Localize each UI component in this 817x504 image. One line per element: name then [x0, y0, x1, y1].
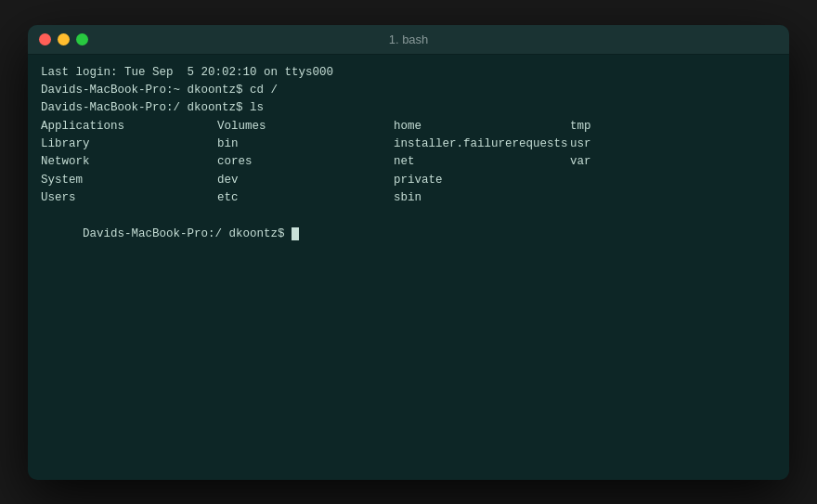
ls-col-2: Volumes bin cores dev etc: [217, 118, 394, 208]
cursor: [292, 227, 299, 240]
terminal-line: Davids-MacBook-Pro:/ dkoontz$ ls: [41, 99, 776, 117]
maximize-button[interactable]: [76, 33, 88, 45]
list-item: var: [570, 153, 746, 171]
list-item: cores: [217, 153, 394, 171]
list-item: Users: [41, 189, 217, 207]
terminal-body[interactable]: Last login: Tue Sep 5 20:02:10 on ttys00…: [28, 55, 789, 480]
window-title: 1. bash: [389, 32, 429, 46]
list-item: dev: [217, 172, 394, 189]
terminal-line: Last login: Tue Sep 5 20:02:10 on ttys00…: [41, 64, 776, 82]
ls-col-4: tmp usr var: [570, 118, 746, 208]
list-item: System: [41, 172, 217, 189]
list-item: Volumes: [217, 118, 394, 136]
ls-col-3: home installer.failurerequests net priva…: [394, 118, 570, 208]
list-item: bin: [217, 136, 394, 153]
terminal-line: Davids-MacBook-Pro:~ dkoontz$ cd /: [41, 82, 776, 99]
ls-output: Applications Library Network System User…: [41, 118, 776, 208]
list-item: sbin: [394, 189, 570, 207]
list-item: tmp: [570, 118, 746, 136]
terminal-window: 1. bash Last login: Tue Sep 5 20:02:10 o…: [28, 25, 789, 480]
list-item: usr: [570, 136, 746, 153]
list-item: etc: [217, 189, 394, 207]
list-item: Library: [41, 136, 217, 153]
list-item: Network: [41, 153, 217, 171]
minimize-button[interactable]: [58, 33, 70, 45]
list-item: Applications: [41, 118, 217, 136]
list-item: net: [394, 153, 570, 171]
ls-col-1: Applications Library Network System User…: [41, 118, 217, 208]
traffic-lights: [39, 33, 88, 45]
list-item: installer.failurerequests: [394, 136, 570, 153]
list-item: private: [394, 172, 570, 189]
titlebar: 1. bash: [28, 25, 789, 55]
prompt-line: Davids-MacBook-Pro:/ dkoontz$: [41, 208, 776, 262]
list-item: home: [394, 118, 570, 136]
prompt-text: Davids-MacBook-Pro:/ dkoontz$: [83, 227, 292, 240]
close-button[interactable]: [39, 33, 51, 45]
